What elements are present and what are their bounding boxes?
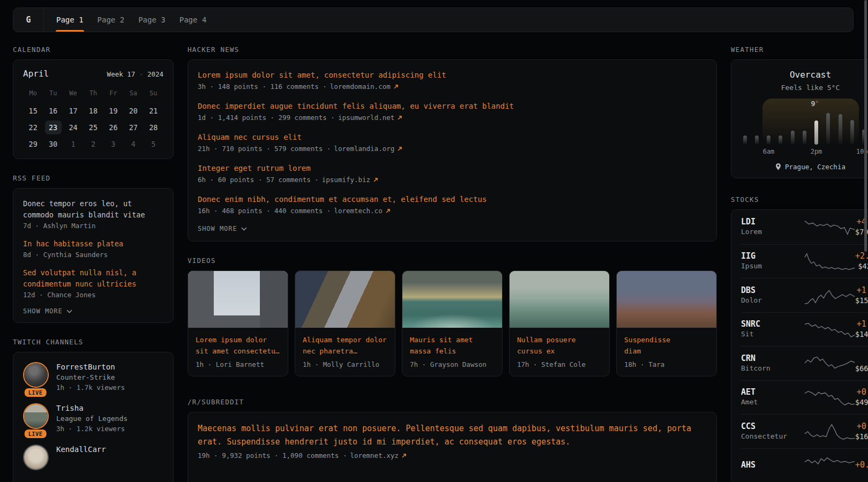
video-title-link[interactable]: Nullam posuere cursus ex [510,328,609,357]
hn-item-title-link[interactable]: Lorem ipsum dolor sit amet, consectetur … [198,70,707,80]
calendar-day-next-month[interactable]: 5 [144,135,163,152]
stock-identity: AET Amet [741,387,804,407]
stock-row[interactable]: SNRC Sit +1.36% $148.64 [741,312,868,347]
tab-page-4[interactable]: Page 4 [173,8,214,32]
stock-row[interactable]: LDI Lorem +4.35% $795.18 [741,210,868,244]
rss-show-more-button[interactable]: SHOW MORE [23,307,163,315]
calendar-day[interactable]: 28 [144,119,163,135]
rss-item-title-link[interactable]: In hac habitasse platea [23,238,163,250]
video-title-link[interactable]: Suspendisse diam [617,328,716,357]
twitch-avatar-wrap [23,445,48,470]
hn-item-title-link[interactable]: Donec enim nibh, condimentum et accumsan… [198,194,707,205]
time-label: 2pm [811,148,822,155]
calendar-day[interactable]: 24 [63,119,83,135]
calendar-day[interactable]: 17 [63,102,83,119]
calendar-day[interactable]: 22 [23,119,43,135]
calendar-day[interactable]: 21 [144,102,163,119]
hn-item-title-link[interactable]: Integer eget rutrum lorem [198,163,707,174]
weather-bar[interactable] [767,135,770,145]
calendar-day-selected[interactable]: 23 [43,119,63,135]
stock-row[interactable]: CCS Consectetur +0.51% $165.84 [741,414,868,448]
calendar-day[interactable]: 30 [43,135,63,152]
avatar[interactable] [24,404,48,428]
twitch-channel-name[interactable]: KendallCarr [56,445,106,455]
rss-item-meta: 7d · Ashlyn Martin [23,222,163,230]
avatar[interactable] [24,446,48,469]
weather-location[interactable]: Prague, Czechia [731,163,868,171]
video-title-link[interactable]: Aliquam tempor dolor nec pharetra… [295,328,395,357]
subreddit-post-domain-link[interactable]: loremnet.xyz [350,451,398,460]
weather-bar[interactable] [803,131,806,145]
tab-page-1[interactable]: Page 1 [49,8,91,32]
twitch-section: TWITCH CHANNELS LIVE ForrestBurton Count… [13,338,174,482]
stock-change-percent: +0.92% [855,387,868,397]
video-title-link[interactable]: Lorem ipsum dolor sit amet consectetu… [188,328,288,357]
calendar-day[interactable]: 16 [43,102,63,119]
twitch-channel-game[interactable]: League of Legends [56,413,128,424]
calendar-day-next-month[interactable]: 1 [63,135,83,152]
weather-bar[interactable] [791,131,795,145]
twitch-widget: LIVE ForrestBurton Counter-Strike 1h · 1… [13,352,174,482]
calendar-day[interactable]: 27 [123,119,143,135]
calendar-day-next-month[interactable]: 4 [123,135,143,152]
stock-row[interactable]: AET Amet +0.92% $499.72 [741,380,868,415]
stock-row[interactable]: CRN Bitcorn -1.00% $66,171.48 [741,346,868,380]
weather-bar[interactable] [743,135,747,145]
subreddit-post: Maecenas mollis pulvinar erat non posuer… [198,422,707,460]
twitch-channel-name[interactable]: ForrestBurton [56,362,125,372]
calendar-day[interactable]: 26 [103,119,123,135]
hn-show-more-button[interactable]: SHOW MORE [198,225,707,232]
video-title-link[interactable]: Mauris sit amet massa felis [402,328,502,357]
calendar-day[interactable]: 18 [83,102,103,119]
tab-page-3[interactable]: Page 3 [131,8,173,32]
twitch-avatar-wrap: LIVE [23,362,48,393]
video-card: Aliquam tempor dolor nec pharetra… 1h · … [295,270,395,376]
hn-item-title-link[interactable]: Aliquam nec cursus elit [198,132,707,142]
avatar[interactable] [24,363,48,387]
weather-bar[interactable] [755,135,759,145]
stock-row[interactable]: DBS Dolor +1.42% $156.28 [741,278,868,312]
video-thumbnail[interactable] [295,271,395,328]
hn-item-domain-link[interactable]: ipsumworld.net [338,114,394,122]
stock-symbol: AHS [741,460,804,470]
calendar-day[interactable]: 19 [103,102,123,119]
subreddit-post-title-link[interactable]: Maecenas mollis pulvinar erat non posuer… [198,422,707,449]
app-logo[interactable]: G [13,8,44,32]
video-thumbnail[interactable] [188,271,288,328]
stock-row[interactable]: IIG Ipsum +2.84% $42.04 [741,244,868,278]
twitch-channel-game[interactable]: Counter-Strike [56,372,125,382]
hn-item-domain-link[interactable]: loremtech.co [334,207,382,215]
hn-item-domain-link[interactable]: ipsumify.biz [322,176,370,184]
video-thumbnail[interactable] [617,271,716,328]
video-thumbnail[interactable] [402,271,502,328]
external-link-icon [402,454,406,458]
weather-bar[interactable] [839,114,842,145]
calendar-day[interactable]: 29 [23,135,43,152]
calendar-day-next-month[interactable]: 3 [103,135,123,152]
weather-bar[interactable] [826,113,830,145]
hn-item-title-link[interactable]: Donec imperdiet augue tincidunt felis al… [198,101,707,111]
calendar-day-next-month[interactable]: 2 [83,135,103,152]
stock-name: Sit [741,329,804,339]
tab-page-2[interactable]: Page 2 [91,8,132,32]
scrollbar[interactable] [864,0,867,252]
calendar-day[interactable]: 20 [123,102,143,119]
stock-identity: CRN Bitcorn [741,353,804,373]
calendar-day[interactable]: 15 [23,102,43,119]
rss-item-meta: 8d · Cynthia Saunders [23,251,163,259]
twitch-section-label: TWITCH CHANNELS [13,338,174,346]
rss-item-title-link[interactable]: Donec tempor eros leo, ut commodo mauris… [23,198,163,221]
weather-bar[interactable] [779,135,782,145]
weather-bar-current[interactable] [814,120,818,145]
weekday-label: We [63,87,83,102]
twitch-channel-name[interactable]: Trisha [56,403,128,413]
calendar-day[interactable]: 25 [83,119,103,135]
weather-bar[interactable] [850,120,854,145]
rss-item-title-link[interactable]: Sed volutpat nulla nisl, a condimentum n… [23,267,163,290]
calendar-year: 2024 [147,70,163,78]
video-card: Lorem ipsum dolor sit amet consectetu… 1… [188,270,288,376]
stock-row[interactable]: AHS +0.46% [741,448,868,482]
hn-item-domain-link[interactable]: loremlandia.org [334,145,394,153]
hn-item-domain-link[interactable]: loremdomain.com [330,82,391,91]
video-thumbnail[interactable] [510,271,609,328]
